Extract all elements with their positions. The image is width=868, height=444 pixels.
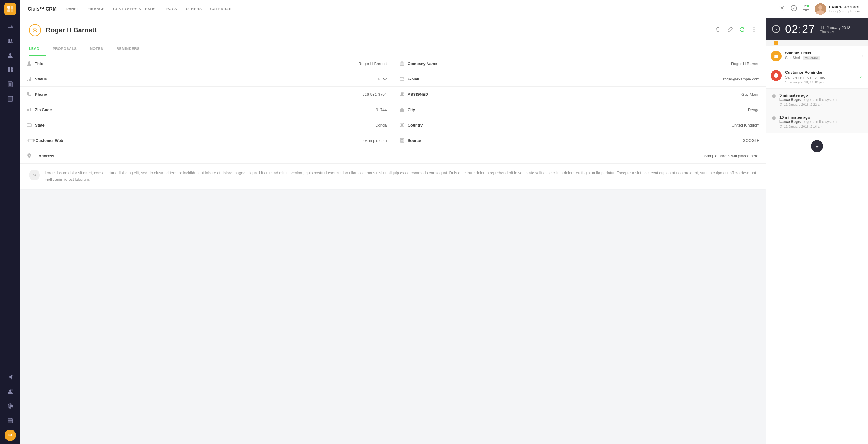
svg-rect-1 — [10, 6, 13, 9]
bell-icon[interactable] — [803, 5, 809, 13]
username: LANCE BOGROL — [829, 5, 861, 9]
sidebar-item-target[interactable] — [4, 400, 17, 413]
web-label: Customer Web — [36, 138, 66, 143]
nav-track[interactable]: TRACK — [164, 7, 178, 11]
log1-content: 5 minustes ago Lance Bogrol logged in th… — [779, 93, 837, 106]
topnav: Ciuis™ CRM PANEL FINANCE CUSTOMERS & LEA… — [21, 0, 868, 18]
svg-point-57 — [29, 155, 30, 156]
app-logo[interactable] — [4, 3, 16, 15]
sidebar-item-invoices[interactable] — [4, 92, 17, 105]
svg-rect-44 — [400, 77, 404, 81]
field-city: City Denge — [393, 102, 766, 117]
svg-rect-40 — [401, 61, 403, 63]
sidebar-item-user[interactable] — [4, 49, 17, 62]
sidebar-item-team[interactable] — [4, 34, 17, 47]
state-value: Conda — [375, 123, 387, 127]
log1-title: 5 minustes ago — [779, 93, 837, 98]
svg-point-28 — [781, 7, 783, 9]
title-value: Roger H Barnett — [359, 61, 387, 66]
svg-rect-41 — [27, 80, 28, 81]
app-brand: Ciuis™ CRM — [28, 6, 57, 12]
ticket-content: Sample Ticket Sue Shei MEDIUM — [785, 51, 858, 60]
title-label: Title — [35, 61, 65, 66]
address-label: Address — [38, 154, 69, 158]
globe-icon — [399, 122, 408, 128]
svg-point-4 — [8, 39, 10, 41]
svg-point-5 — [11, 39, 12, 41]
field-country: Country United Kingdom — [393, 118, 766, 132]
content-row: Roger H Barnett — [21, 18, 868, 444]
nav-customers[interactable]: CUSTOMERS & LEADS — [113, 7, 156, 11]
sidebar-item-document[interactable] — [4, 78, 17, 91]
clock-time: 02:27 — [785, 23, 815, 36]
activity-ticket: Sample Ticket Sue Shei MEDIUM › — [766, 46, 868, 66]
topnav-links: PANEL FINANCE CUSTOMERS & LEADS TRACK OT… — [66, 7, 778, 11]
user-profile[interactable]: LANCE BOGROL lance@example.com — [815, 3, 861, 15]
svg-rect-9 — [8, 70, 10, 72]
nav-calendar[interactable]: CALENDAR — [210, 7, 232, 11]
edit-button[interactable] — [727, 27, 733, 34]
nav-others[interactable]: OTHERS — [186, 7, 202, 11]
sidebar-item-analytics[interactable] — [4, 20, 17, 33]
sidebar-item-calendar[interactable] — [4, 414, 17, 427]
sidebar-item-send[interactable] — [4, 371, 17, 384]
settings-icon[interactable] — [778, 5, 785, 13]
main-wrapper: Ciuis™ CRM PANEL FINANCE CUSTOMERS & LEA… — [21, 0, 868, 444]
city-value: Denge — [748, 107, 760, 112]
svg-point-36 — [754, 31, 755, 32]
tab-notes[interactable]: NOTES — [90, 42, 110, 56]
tab-proposals[interactable]: PROPOSALS — [53, 42, 83, 56]
svg-rect-2 — [7, 9, 10, 12]
clock-day: Thursday — [820, 30, 850, 33]
source-icon — [399, 138, 408, 143]
assigned-value: Guy Mann — [741, 92, 760, 97]
lead-tabs: LEAD PROPOSALS NOTES REMINDERS — [21, 42, 766, 56]
ticket-meta: Sue Shei MEDIUM — [785, 56, 858, 60]
reminder-subtitle: Sample reminder for me. — [785, 75, 856, 80]
svg-point-37 — [28, 61, 30, 64]
more-button[interactable] — [751, 27, 757, 34]
reminder-content: Customer Reminder Sample reminder for me… — [785, 70, 856, 84]
download-button[interactable] — [811, 140, 823, 152]
download-section — [766, 133, 868, 159]
delete-button[interactable] — [715, 27, 721, 34]
company-label: Company Name — [408, 61, 438, 66]
nav-finance[interactable]: FINANCE — [87, 7, 104, 11]
svg-rect-16 — [8, 96, 13, 101]
log2-title: 10 minustes ago — [779, 115, 837, 120]
svg-rect-48 — [30, 108, 31, 112]
person-icon — [27, 61, 35, 66]
field-phone: Phone 626-931-8754 — [21, 87, 393, 102]
svg-point-46 — [403, 93, 404, 94]
assigned-icon — [399, 92, 408, 97]
reminder-meta: 1 January 2018, 11:10 pm — [785, 81, 856, 84]
reminder-title: Customer Reminder — [785, 70, 856, 75]
sidebar-item-contacts[interactable] — [4, 385, 17, 398]
email-icon — [399, 76, 408, 82]
svg-rect-8 — [10, 67, 13, 70]
ticket-arrow[interactable]: › — [862, 54, 863, 58]
clock-section: 02:27 11, January 2018 Thursday — [766, 18, 868, 40]
address-value: Sample adress will placed here! — [704, 154, 760, 158]
check-icon[interactable] — [790, 5, 797, 13]
tab-lead[interactable]: LEAD — [29, 42, 45, 56]
svg-point-29 — [791, 5, 797, 11]
nav-panel[interactable]: PANEL — [66, 7, 79, 11]
svg-rect-43 — [30, 77, 31, 81]
source-label: Source — [408, 138, 438, 143]
avatar — [815, 3, 826, 15]
location-icon — [27, 153, 35, 158]
sidebar-badge[interactable]: 50 — [4, 430, 16, 441]
phone-icon — [27, 92, 35, 97]
svg-rect-10 — [10, 70, 13, 72]
sidebar-item-list[interactable] — [4, 63, 17, 76]
lead-header: Roger H Barnett — [21, 18, 766, 42]
status-value: NEW — [378, 77, 387, 81]
svg-rect-23 — [8, 419, 13, 423]
lead-card: Roger H Barnett — [21, 18, 766, 189]
field-address: Address Sample adress will placed here! — [21, 148, 766, 164]
refresh-button[interactable] — [739, 27, 745, 34]
user-info: LANCE BOGROL lance@example.com — [829, 5, 861, 13]
tab-reminders[interactable]: REMINDERS — [116, 42, 146, 56]
building-icon — [399, 61, 408, 66]
